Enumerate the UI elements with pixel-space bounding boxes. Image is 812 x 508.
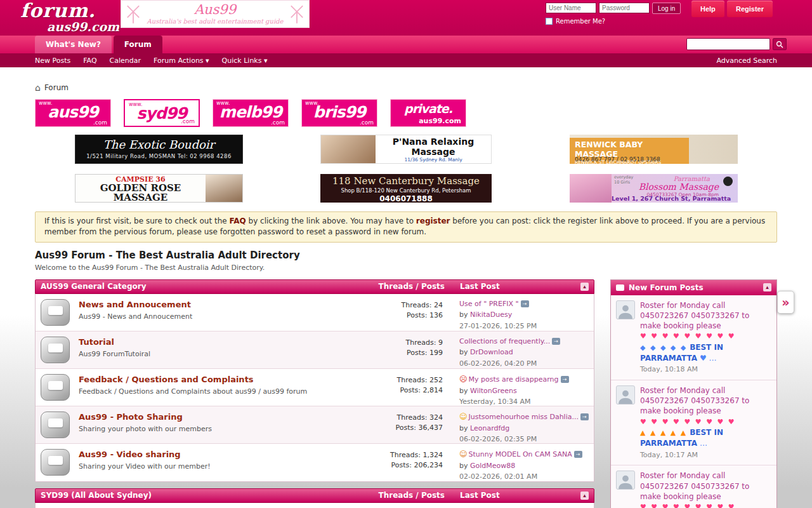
- avatar[interactable]: [616, 385, 635, 404]
- remember-checkbox[interactable]: [546, 18, 553, 25]
- ad-exotic-boudoir[interactable]: The Exotic Boudoir 1/521 Military Road, …: [75, 135, 243, 164]
- last-post-user-link[interactable]: Leonardfdg: [470, 424, 509, 432]
- subnav-faq[interactable]: FAQ: [83, 57, 96, 65]
- avatar[interactable]: [616, 300, 635, 319]
- subnav-forum-actions[interactable]: Forum Actions ▾: [154, 57, 209, 65]
- ad-title: GOLDEN ROSE MASSAGE: [75, 184, 206, 203]
- banner-subtitle: Australia's best adult entertainment gui…: [147, 18, 284, 25]
- header-banner-ad[interactable]: Aus99 Australia's best adult entertainme…: [121, 0, 310, 28]
- collapse-sidebar-icon[interactable]: ▴: [763, 283, 771, 291]
- forum-row-video-sharing: Aus99 - Video sharing Sharing your Video…: [36, 444, 594, 481]
- username-input[interactable]: [546, 3, 596, 13]
- last-thread-link[interactable]: My posts are disappearng: [469, 375, 559, 384]
- breadcrumb-forum[interactable]: Forum: [44, 83, 69, 92]
- sidebar-post-link[interactable]: Roster for Monday call 0450723267 045073…: [640, 386, 749, 415]
- forum-row-news: News and Annoucement Aus99 - News and An…: [36, 294, 594, 331]
- logo-line2: aus99.com: [47, 21, 119, 34]
- forum-link[interactable]: Feedback / Questions and Complaints: [79, 375, 254, 384]
- banner-melb99[interactable]: www. melb99 .com: [213, 99, 289, 127]
- goto-last-post-icon[interactable]: →: [580, 413, 589, 420]
- banner-private-aus99[interactable]: private. aus99.com: [390, 99, 466, 127]
- last-post-user-link[interactable]: NikitaDuesy: [470, 311, 512, 319]
- login-button[interactable]: Log in: [652, 3, 681, 14]
- forum-row-feedback: Feedback / Questions and Complaints Feed…: [36, 369, 594, 406]
- collapse-category-icon[interactable]: ▴: [580, 283, 589, 291]
- help-button[interactable]: Help: [691, 1, 724, 17]
- post-time: Today, 10:18 AM: [640, 365, 771, 375]
- subnav-new-posts[interactable]: New Posts: [35, 57, 70, 65]
- banner-com: .com: [93, 119, 107, 126]
- forum-link[interactable]: Aus99 - Photo Sharing: [79, 412, 183, 422]
- sidebar-post-link[interactable]: Roster for Monday call 0450723267 045073…: [640, 301, 749, 330]
- ad-blossom-massage[interactable]: everyday 10 Girls Parramatta Blossom Mas…: [570, 174, 738, 203]
- forum-stats: Threads: 24 Posts: 136: [359, 299, 454, 321]
- banner-sub: aus99.com: [419, 117, 461, 125]
- last-thread-link[interactable]: Justsomehourhoe miss Dahlia...: [469, 413, 579, 421]
- remember-me[interactable]: Remember Me?: [546, 18, 681, 25]
- speech-bubble-icon: [48, 306, 63, 315]
- notice-text: by clicking the link above. You may have…: [246, 217, 416, 225]
- tab-forum[interactable]: Forum: [114, 36, 162, 53]
- subnav-quick-links[interactable]: Quick Links ▾: [222, 57, 268, 65]
- ad-118-canterbury-massage[interactable]: 118 New Canterbury Massage Shop B/118-12…: [320, 174, 492, 203]
- last-thread-link[interactable]: Use of " PREFIX ": [459, 300, 519, 308]
- last-post-user-link[interactable]: WiltonGreens: [470, 387, 517, 395]
- last-thread-link[interactable]: Collections of frequently...: [459, 337, 550, 345]
- goto-last-post-icon[interactable]: →: [574, 451, 582, 458]
- ad-renwick-massage[interactable]: RENWICK BABY MASSAGE RENWICK ST LEICHHAR…: [570, 135, 738, 164]
- banner-syd99[interactable]: www. syd99 .com: [124, 99, 200, 127]
- goto-last-post-icon[interactable]: →: [521, 300, 529, 307]
- advanced-search-link[interactable]: Advanced Search: [716, 57, 777, 65]
- speech-bubble-icon: [48, 418, 63, 427]
- forum-icon: [41, 449, 70, 476]
- sidebar-post: Roster for Monday call 0450723267 045073…: [611, 465, 776, 508]
- sidebar-post: Roster for Monday call 0450723267 045073…: [611, 380, 776, 465]
- forum-stats: Threads: 1,324 Posts: 206,234: [359, 449, 454, 471]
- threads-count: Threads: 9: [359, 338, 443, 348]
- by-label: by: [459, 311, 468, 319]
- forum-link[interactable]: News and Annoucement: [79, 300, 191, 309]
- ad-address: 11/36 Sydney Rd. Manly: [376, 157, 491, 163]
- ad-golden-rose-massage[interactable]: CAMPSIE 36 GOLDEN ROSE MASSAGE 36 NORTH …: [75, 174, 243, 203]
- posts-count: Posts: 136: [359, 311, 443, 321]
- ad-title: The Exotic Boudoir: [75, 135, 242, 151]
- search-button[interactable]: [773, 38, 787, 50]
- forum-icon: [41, 374, 70, 401]
- faq-link[interactable]: FAQ: [229, 217, 246, 225]
- goto-last-post-icon[interactable]: →: [552, 338, 560, 345]
- sidebar-post-link[interactable]: Roster for Monday call 0450723267 045073…: [640, 471, 749, 500]
- banner-bris99[interactable]: www. bris99 .com: [301, 99, 377, 127]
- site-header: forum. aus99.com Aus99 Australia's best …: [0, 0, 812, 36]
- forum-link[interactable]: Aus99 - Video sharing: [79, 450, 181, 459]
- category-title-link[interactable]: SYD99 (All About Sydney): [41, 491, 358, 500]
- threads-count: Threads: 324: [359, 413, 443, 423]
- subnav-calendar[interactable]: Calendar: [110, 57, 141, 65]
- avatar[interactable]: [616, 471, 635, 490]
- last-post-user-link[interactable]: DrDownload: [470, 348, 513, 356]
- last-thread-link[interactable]: Stunny MODEL On CAM SANA: [469, 450, 572, 458]
- forum-description: Sharing your Video with our member!: [79, 462, 359, 471]
- category-title-link[interactable]: AUS99 General Category: [41, 282, 358, 291]
- search-input[interactable]: [686, 38, 770, 50]
- register-link[interactable]: register: [416, 217, 450, 225]
- login-area: Log in Remember Me?: [546, 3, 681, 25]
- password-input[interactable]: [599, 3, 650, 13]
- tab-whats-new[interactable]: What's New?: [35, 36, 112, 53]
- ad-pnana-massage[interactable]: P'Nana Relaxing Massage 11/36 Sydney Rd.…: [320, 135, 492, 164]
- ad-photo: [321, 135, 376, 163]
- threads-count: Threads: 252: [359, 375, 443, 385]
- smiley-face-icon: ☺: [459, 412, 468, 421]
- goto-last-post-icon[interactable]: →: [561, 376, 569, 383]
- forum-icon: [41, 299, 70, 326]
- register-button[interactable]: Register: [727, 1, 773, 17]
- last-post-user-link[interactable]: GoldMeow88: [470, 462, 515, 470]
- hearts-emoji-row: ♥ ♥ ♥ ♥ ♥ ♥ ♥ ♥ ♥: [640, 418, 771, 427]
- site-logo[interactable]: forum. aus99.com: [20, 1, 119, 33]
- main-area: AUS99 General Category Threads / Posts L…: [35, 279, 777, 508]
- expand-sidebar-button[interactable]: »: [777, 291, 794, 314]
- banner-aus99[interactable]: www. aus99 .com: [35, 99, 111, 127]
- forum-row-photo-sharing: Aus99 - Photo Sharing Sharing your photo…: [36, 406, 594, 444]
- forum-link[interactable]: Tutorial: [79, 337, 114, 347]
- home-icon[interactable]: ⌂: [35, 83, 41, 93]
- collapse-category-icon[interactable]: ▴: [580, 491, 589, 500]
